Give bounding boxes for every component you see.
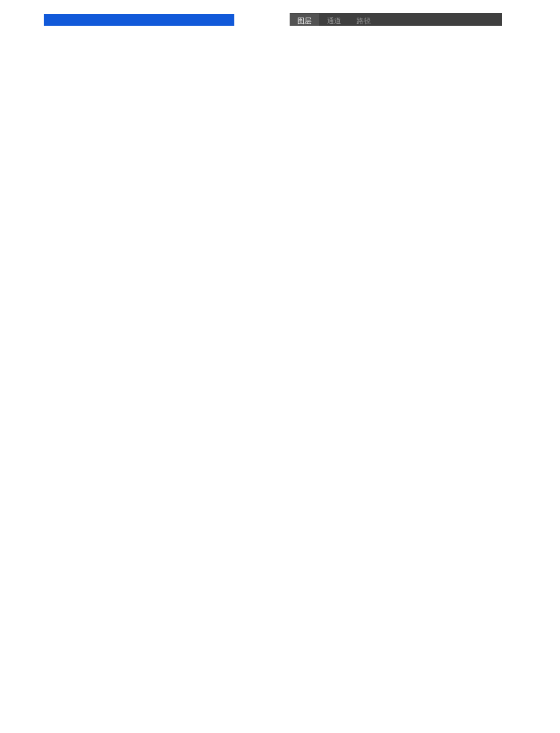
layers-panel: 图层 通道 路径 🔍 类型 ▦ ◐ T ▭ ▣ ⏻ 正常 不透明度: 100% … — [290, 13, 502, 26]
artwork-preview — [44, 14, 234, 26]
tab-paths[interactable]: 路径 — [349, 14, 378, 26]
tab-layers[interactable]: 图层 — [290, 14, 319, 26]
panel-tabs: 图层 通道 路径 — [290, 13, 502, 26]
tab-channels[interactable]: 通道 — [319, 14, 349, 26]
